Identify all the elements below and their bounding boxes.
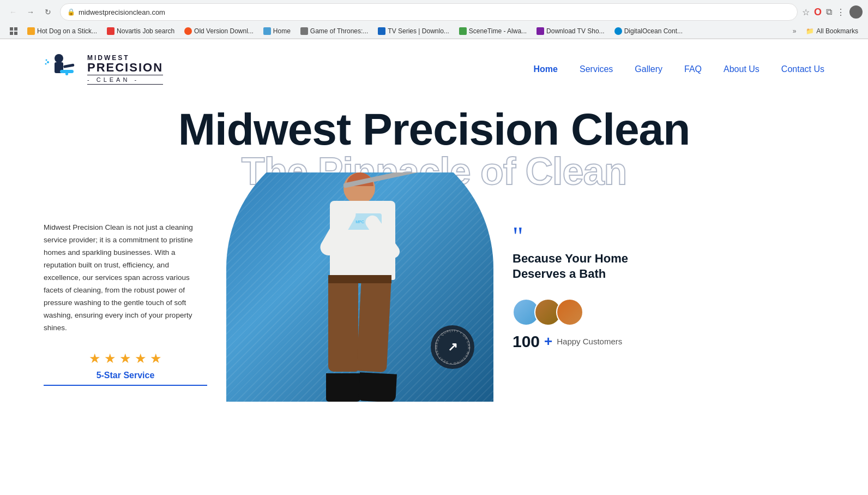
badge-circular-text: BEST QUALITY • ON CAR WASHING • SEAT SER… [431,325,474,369]
url-text: midwestprecisionclean.com [79,8,791,16]
scenetime-label: SceneTime - Alwa... [469,27,527,35]
got-favicon [300,27,308,35]
nav-faq[interactable]: FAQ [684,64,702,74]
navbar: MIDWEST PRECISION - CLEAN - Home Service… [0,39,868,99]
folder-icon: 📁 [806,27,814,35]
apps-icon [10,27,17,35]
person-right-leg [357,276,391,373]
right-column: " Because Your Home Deserves a Bath 100 … [513,216,665,351]
nav-gallery[interactable]: Gallery [635,64,662,74]
extensions-icon[interactable]: ⧉ [826,7,832,17]
profile-icon[interactable] [849,5,863,19]
hotdog-label: Hot Dog on a Stick... [37,27,97,35]
digitalocean-favicon [614,27,622,35]
star-2: ★ [104,351,116,366]
security-icon: 🔒 [67,8,75,16]
star-1: ★ [89,351,101,366]
quote-mark-icon: " [513,227,665,246]
logo-text: MIDWEST PRECISION - CLEAN - [87,54,163,85]
bookmark-apps[interactable] [5,26,22,37]
bookmark-downloadtv[interactable]: Download TV Sho... [532,26,609,37]
bookmark-tvseries[interactable]: TV Series | Downlo... [373,26,454,37]
hero-title: Midwest Precision Clean [0,105,868,154]
hotdog-favicon [27,27,35,35]
left-column: Midwest Precision Clean is not just a cl… [44,216,207,385]
bookmark-home[interactable]: Home [259,26,295,37]
arch-bg-container: MPC [226,172,493,402]
logo-icon [44,50,82,88]
person-waist [328,275,391,283]
person-figure: MPC [284,172,436,402]
bookmark-scenetime[interactable]: SceneTime - Alwa... [455,26,531,37]
svg-point-3 [47,61,49,63]
opera-icon: O [814,7,822,18]
refresh-button[interactable]: ↻ [40,4,56,20]
nav-buttons: ← → ↻ [5,4,56,20]
digitalocean-label: DigitalOcean Cont... [624,27,683,35]
person-left-leg [328,276,358,372]
quote-text: Because Your Home Deserves a Bath [513,251,665,282]
address-bar[interactable]: 🔒 midwestprecisionclean.com [60,3,798,21]
svg-rect-2 [63,64,75,68]
novartis-label: Novartis Job search [117,27,174,35]
nav-contact[interactable]: Contact Us [781,64,824,74]
star-rating: ★ ★ ★ ★ ★ [44,351,207,366]
bookmark-got[interactable]: Game of Thrones:... [296,26,373,37]
count-number: 100 [513,332,540,351]
person-right-boot [358,372,397,402]
content-area: Midwest Precision Clean is not just a cl… [0,194,868,424]
website-content: MIDWEST PRECISION - CLEAN - Home Service… [0,39,868,449]
svg-text:BEST QUALITY • ON CAR WASHING : BEST QUALITY • ON CAR WASHING • SEAT SER… [431,325,471,365]
downloadtv-label: Download TV Sho... [546,27,605,35]
all-bookmarks-button[interactable]: 📁 All Bookmarks [801,26,863,37]
customer-images [513,299,665,326]
bookmark-star-icon[interactable]: ☆ [802,7,810,17]
logo-clean: - CLEAN - [87,75,163,85]
browser-actions: ☆ O ⧉ ⋮ [802,5,863,19]
nav-home[interactable]: Home [534,64,558,74]
bookmark-digitalocean[interactable]: DigitalOcean Cont... [610,26,687,37]
back-button[interactable]: ← [5,4,21,20]
bookmarks-more-button[interactable]: » [788,26,801,37]
oldversion-favicon [184,27,192,35]
oldversion-label: Old Version Downl... [194,27,254,35]
novartis-favicon [107,27,114,35]
home-label: Home [273,27,291,35]
bookmark-oldversion[interactable]: Old Version Downl... [180,26,258,37]
svg-point-0 [55,54,63,63]
tvseries-favicon [378,27,385,35]
got-label: Game of Thrones:... [310,27,369,35]
center-image-area: MPC [224,172,496,402]
svg-point-4 [46,59,47,61]
scenetime-favicon [459,27,467,35]
customer-thumb-3 [556,299,583,326]
browser-toolbar: ← → ↻ 🔒 midwestprecisionclean.com ☆ O ⧉ … [0,0,868,24]
nav-links: Home Services Gallery FAQ About Us Conta… [534,64,824,74]
count-plus: + [544,333,552,350]
bookmark-novartis[interactable]: Novartis Job search [103,26,179,37]
description-text: Midwest Precision Clean is not just a cl… [44,222,207,334]
logo[interactable]: MIDWEST PRECISION - CLEAN - [44,50,163,88]
browser-chrome: ← → ↻ 🔒 midwestprecisionclean.com ☆ O ⧉ … [0,0,868,39]
bookmarks-bar: Hot Dog on a Stick... Novartis Job searc… [0,24,868,39]
nav-about[interactable]: About Us [724,64,760,74]
star-4: ★ [135,351,147,366]
five-star-label: 5-Star Service [44,371,207,386]
nav-services[interactable]: Services [580,64,613,74]
menu-icon[interactable]: ⋮ [836,7,845,17]
logo-precision: PRECISION [87,62,163,74]
svg-point-5 [45,63,47,65]
downloadtv-favicon [537,27,544,35]
forward-button[interactable]: → [23,4,38,20]
star-5: ★ [150,351,162,366]
svg-rect-7 [65,70,68,75]
bookmark-hotdog[interactable]: Hot Dog on a Stick... [23,26,101,37]
star-3: ★ [119,351,131,366]
circular-badge[interactable]: ↗ BEST QUALITY • ON CAR WASHING • SEAT S… [431,325,474,369]
count-label: Happy Customers [557,337,622,346]
tvseries-label: TV Series | Downlo... [388,27,449,35]
home-favicon [263,27,271,35]
person-left-boot [326,373,361,402]
customers-count: 100 + Happy Customers [513,332,665,351]
